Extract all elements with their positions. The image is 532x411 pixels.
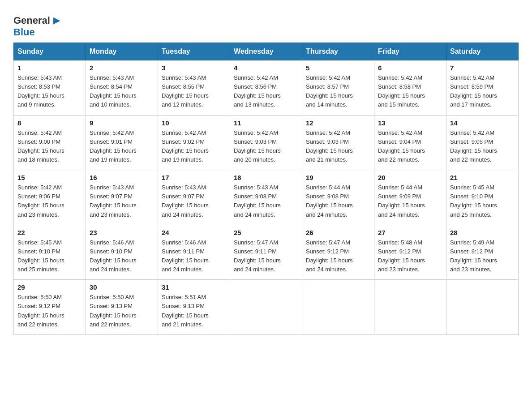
logo-arrow-icon: ► xyxy=(51,13,63,27)
day-info: Sunrise: 5:44 AMSunset: 9:08 PMDaylight:… xyxy=(306,183,370,219)
day-info: Sunrise: 5:42 AMSunset: 8:59 PMDaylight:… xyxy=(450,73,515,110)
day-info: Sunrise: 5:43 AMSunset: 9:07 PMDaylight:… xyxy=(162,183,226,219)
day-number: 20 xyxy=(378,174,442,181)
weekday-header-sunday: Sunday xyxy=(14,43,86,60)
day-info: Sunrise: 5:51 AMSunset: 9:13 PMDaylight:… xyxy=(162,293,226,329)
day-number: 22 xyxy=(17,229,82,236)
day-number: 2 xyxy=(90,64,154,72)
day-info: Sunrise: 5:47 AMSunset: 9:11 PMDaylight:… xyxy=(234,238,298,274)
day-info: Sunrise: 5:42 AMSunset: 9:01 PMDaylight:… xyxy=(90,128,154,165)
day-info: Sunrise: 5:42 AMSunset: 8:57 PMDaylight:… xyxy=(306,73,370,110)
day-number: 30 xyxy=(90,283,154,291)
day-info: Sunrise: 5:44 AMSunset: 9:09 PMDaylight:… xyxy=(378,183,442,219)
empty-cell xyxy=(446,280,519,335)
weekday-header-wednesday: Wednesday xyxy=(230,43,302,60)
calendar-day-25: 25Sunrise: 5:47 AMSunset: 9:11 PMDayligh… xyxy=(230,225,302,280)
calendar-day-19: 19Sunrise: 5:44 AMSunset: 9:08 PMDayligh… xyxy=(302,170,374,225)
day-info: Sunrise: 5:43 AMSunset: 9:08 PMDaylight:… xyxy=(234,183,298,219)
weekday-header-tuesday: Tuesday xyxy=(158,43,230,60)
day-info: Sunrise: 5:42 AMSunset: 9:03 PMDaylight:… xyxy=(306,128,370,165)
day-info: Sunrise: 5:45 AMSunset: 9:10 PMDaylight:… xyxy=(17,238,82,274)
logo: General ► Blue xyxy=(13,13,64,38)
calendar-day-26: 26Sunrise: 5:47 AMSunset: 9:12 PMDayligh… xyxy=(302,225,374,280)
day-info: Sunrise: 5:45 AMSunset: 9:10 PMDaylight:… xyxy=(450,183,515,219)
calendar-day-24: 24Sunrise: 5:46 AMSunset: 9:11 PMDayligh… xyxy=(158,225,230,280)
calendar-day-21: 21Sunrise: 5:45 AMSunset: 9:10 PMDayligh… xyxy=(446,170,519,225)
day-number: 14 xyxy=(450,119,515,127)
day-number: 18 xyxy=(234,174,298,181)
calendar-day-16: 16Sunrise: 5:43 AMSunset: 9:07 PMDayligh… xyxy=(86,170,158,225)
calendar-day-10: 10Sunrise: 5:42 AMSunset: 9:02 PMDayligh… xyxy=(158,115,230,170)
day-info: Sunrise: 5:42 AMSunset: 9:03 PMDaylight:… xyxy=(234,128,298,165)
calendar-day-7: 7Sunrise: 5:42 AMSunset: 8:59 PMDaylight… xyxy=(446,60,519,116)
calendar-day-11: 11Sunrise: 5:42 AMSunset: 9:03 PMDayligh… xyxy=(230,115,302,170)
calendar-week-1: 1Sunrise: 5:43 AMSunset: 8:53 PMDaylight… xyxy=(14,60,519,116)
calendar-week-2: 8Sunrise: 5:42 AMSunset: 9:00 PMDaylight… xyxy=(14,115,519,170)
calendar-day-31: 31Sunrise: 5:51 AMSunset: 9:13 PMDayligh… xyxy=(158,280,230,335)
day-number: 6 xyxy=(378,64,442,72)
day-number: 8 xyxy=(17,119,82,127)
day-info: Sunrise: 5:48 AMSunset: 9:12 PMDaylight:… xyxy=(378,238,442,274)
calendar-day-9: 9Sunrise: 5:42 AMSunset: 9:01 PMDaylight… xyxy=(86,115,158,170)
logo-blue-text: Blue xyxy=(13,26,35,38)
calendar-day-1: 1Sunrise: 5:43 AMSunset: 8:53 PMDaylight… xyxy=(14,60,86,116)
day-number: 13 xyxy=(378,119,442,127)
day-number: 12 xyxy=(306,119,370,127)
day-info: Sunrise: 5:42 AMSunset: 9:02 PMDaylight:… xyxy=(162,128,226,165)
calendar-week-4: 22Sunrise: 5:45 AMSunset: 9:10 PMDayligh… xyxy=(14,225,519,280)
day-info: Sunrise: 5:46 AMSunset: 9:11 PMDaylight:… xyxy=(162,238,226,274)
day-info: Sunrise: 5:43 AMSunset: 8:53 PMDaylight:… xyxy=(17,73,82,110)
calendar-day-27: 27Sunrise: 5:48 AMSunset: 9:12 PMDayligh… xyxy=(374,225,446,280)
calendar-day-20: 20Sunrise: 5:44 AMSunset: 9:09 PMDayligh… xyxy=(374,170,446,225)
day-info: Sunrise: 5:42 AMSunset: 9:00 PMDaylight:… xyxy=(17,128,82,165)
page-header: General ► Blue xyxy=(13,13,519,38)
day-info: Sunrise: 5:50 AMSunset: 9:13 PMDaylight:… xyxy=(90,293,154,329)
day-info: Sunrise: 5:42 AMSunset: 9:06 PMDaylight:… xyxy=(17,183,82,219)
calendar-day-13: 13Sunrise: 5:42 AMSunset: 9:04 PMDayligh… xyxy=(374,115,446,170)
day-number: 5 xyxy=(306,64,370,72)
calendar-day-14: 14Sunrise: 5:42 AMSunset: 9:05 PMDayligh… xyxy=(446,115,519,170)
empty-cell xyxy=(374,280,446,335)
day-info: Sunrise: 5:50 AMSunset: 9:12 PMDaylight:… xyxy=(17,293,82,329)
calendar-day-23: 23Sunrise: 5:46 AMSunset: 9:10 PMDayligh… xyxy=(86,225,158,280)
day-number: 3 xyxy=(162,64,226,72)
calendar-day-22: 22Sunrise: 5:45 AMSunset: 9:10 PMDayligh… xyxy=(14,225,86,280)
day-info: Sunrise: 5:42 AMSunset: 8:56 PMDaylight:… xyxy=(234,73,298,110)
day-info: Sunrise: 5:43 AMSunset: 8:54 PMDaylight:… xyxy=(90,73,154,110)
day-number: 29 xyxy=(17,283,82,291)
calendar-day-2: 2Sunrise: 5:43 AMSunset: 8:54 PMDaylight… xyxy=(86,60,158,116)
day-info: Sunrise: 5:46 AMSunset: 9:10 PMDaylight:… xyxy=(90,238,154,274)
weekday-header-saturday: Saturday xyxy=(446,43,519,60)
calendar-day-3: 3Sunrise: 5:43 AMSunset: 8:55 PMDaylight… xyxy=(158,60,230,116)
calendar-day-5: 5Sunrise: 5:42 AMSunset: 8:57 PMDaylight… xyxy=(302,60,374,116)
day-number: 17 xyxy=(162,174,226,181)
day-number: 21 xyxy=(450,174,515,181)
day-number: 19 xyxy=(306,174,370,181)
day-info: Sunrise: 5:43 AMSunset: 9:07 PMDaylight:… xyxy=(90,183,154,219)
calendar-day-4: 4Sunrise: 5:42 AMSunset: 8:56 PMDaylight… xyxy=(230,60,302,116)
calendar-day-15: 15Sunrise: 5:42 AMSunset: 9:06 PMDayligh… xyxy=(14,170,86,225)
calendar-day-30: 30Sunrise: 5:50 AMSunset: 9:13 PMDayligh… xyxy=(86,280,158,335)
weekday-header-friday: Friday xyxy=(374,43,446,60)
calendar-day-28: 28Sunrise: 5:49 AMSunset: 9:12 PMDayligh… xyxy=(446,225,519,280)
calendar-day-6: 6Sunrise: 5:42 AMSunset: 8:58 PMDaylight… xyxy=(374,60,446,116)
day-number: 4 xyxy=(234,64,298,72)
calendar-table: SundayMondayTuesdayWednesdayThursdayFrid… xyxy=(13,43,519,335)
day-info: Sunrise: 5:42 AMSunset: 9:04 PMDaylight:… xyxy=(378,128,442,165)
day-number: 9 xyxy=(90,119,154,127)
day-info: Sunrise: 5:42 AMSunset: 9:05 PMDaylight:… xyxy=(450,128,515,165)
calendar-day-8: 8Sunrise: 5:42 AMSunset: 9:00 PMDaylight… xyxy=(14,115,86,170)
calendar-day-18: 18Sunrise: 5:43 AMSunset: 9:08 PMDayligh… xyxy=(230,170,302,225)
day-info: Sunrise: 5:49 AMSunset: 9:12 PMDaylight:… xyxy=(450,238,515,274)
day-number: 24 xyxy=(162,229,226,236)
day-number: 31 xyxy=(162,283,226,291)
empty-cell xyxy=(230,280,302,335)
day-number: 16 xyxy=(90,174,154,181)
day-number: 26 xyxy=(306,229,370,236)
day-number: 11 xyxy=(234,119,298,127)
day-number: 25 xyxy=(234,229,298,236)
weekday-header-monday: Monday xyxy=(86,43,158,60)
day-number: 10 xyxy=(162,119,226,127)
day-number: 15 xyxy=(17,174,82,181)
weekday-header-thursday: Thursday xyxy=(302,43,374,60)
